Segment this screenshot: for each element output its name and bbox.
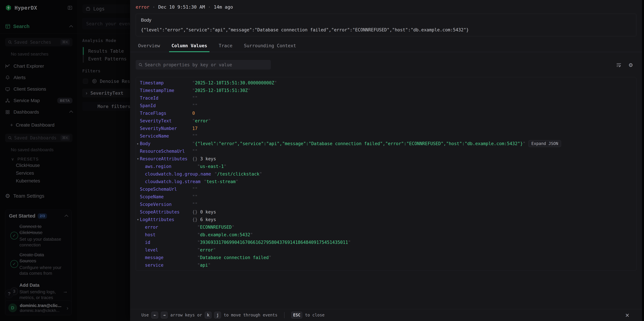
property-row-cloudwatch.log.group.name[interactable]: cloudwatch.log.group.name"/test/clicksta… [136, 170, 636, 178]
quote: " [192, 141, 195, 146]
separator-dot: · [152, 4, 155, 10]
quote: " [192, 88, 195, 93]
quote: " [197, 225, 200, 230]
property-row-service[interactable]: service"api" [136, 261, 636, 269]
property-row-message[interactable]: message"Database connection failed" [136, 254, 636, 261]
property-row-error[interactable]: error"ECONNREFUSED" [136, 223, 636, 231]
property-value: "test-stream" [204, 179, 238, 184]
property-value: "" [192, 103, 198, 108]
property-value: 0 [192, 111, 195, 116]
property-row-SeverityNumber[interactable]: SeverityNumber17 [136, 125, 636, 132]
property-row-ScopeVersion[interactable]: ScopeVersion"" [136, 201, 636, 208]
property-row-id[interactable]: id"3936933170699041670661627958043769141… [136, 239, 636, 246]
footer-bar: Use ← → arrow keys or k j to move throug… [130, 309, 642, 321]
property-key: TimestampTime [140, 88, 192, 93]
property-row-SeverityText[interactable]: SeverityText"error" [136, 117, 636, 125]
property-row-ResourceAttributes[interactable]: ▾ResourceAttributes{} 3 keys [136, 155, 636, 163]
property-row-TraceFlags[interactable]: TraceFlags0 [136, 109, 636, 117]
quote: " [232, 225, 234, 230]
property-row-SpanId[interactable]: SpanId"" [136, 102, 636, 109]
string-value: 2025-12-10T15:51:30Z [195, 88, 248, 93]
properties-toolbar: ⚙ [136, 60, 636, 69]
property-row-cloudwatch.log.stream[interactable]: cloudwatch.log.stream"test-stream" [136, 178, 636, 185]
property-row-ScopeName[interactable]: ScopeName"" [136, 193, 636, 201]
property-row-level[interactable]: level"error" [136, 246, 636, 254]
property-row-ScopeSchemaUrl[interactable]: ScopeSchemaUrl"" [136, 185, 636, 193]
property-row-ScopeAttributes[interactable]: ScopeAttributes{} 0 keys [136, 208, 636, 216]
keys-count: 6 keys [198, 217, 216, 222]
property-key: ScopeSchemaUrl [140, 187, 192, 192]
j-keycap: j [214, 312, 221, 319]
property-value: "error" [192, 118, 211, 123]
properties-search-input[interactable] [145, 62, 268, 67]
footer-text: to close [305, 313, 324, 318]
property-key: SeverityNumber [140, 126, 192, 131]
keys-count: 3 keys [198, 156, 216, 161]
quote: " [248, 88, 250, 93]
property-key: TraceId [140, 95, 192, 101]
property-row-ServiceName[interactable]: ServiceName"" [136, 132, 636, 140]
property-row-ResourceSchemaUrl[interactable]: ResourceSchemaUrl"" [136, 147, 636, 155]
string-value: error [195, 118, 208, 123]
braces-icon: {} [192, 217, 198, 222]
collapse-icon[interactable]: ▾ [137, 216, 139, 223]
quote: " [250, 232, 253, 237]
properties-search[interactable] [136, 60, 271, 69]
collapse-icon[interactable]: ▾ [137, 155, 139, 163]
quote: " [192, 80, 195, 85]
property-key: host [145, 232, 197, 237]
quote: " [208, 263, 211, 268]
property-key: LogAttributes [140, 217, 192, 222]
k-keycap: k [205, 312, 212, 319]
property-key: cloudwatch.log.stream [145, 179, 204, 184]
property-row-aws.region[interactable]: aws.region"us-east-1" [136, 163, 636, 170]
tab-overview[interactable]: Overview [136, 43, 162, 52]
footer-text: arrow keys or [170, 313, 202, 318]
property-key: service [145, 263, 197, 268]
body-panel: Body {"level":"error","service":"api","m… [136, 14, 636, 36]
property-row-LogAttributes[interactable]: ▾LogAttributes{} 6 keys [136, 216, 636, 223]
property-value: "" [192, 133, 198, 139]
property-key: level [145, 247, 197, 253]
expand-json-button[interactable]: Expand JSON [528, 140, 561, 147]
property-row-Body[interactable]: ▸Body"{"level":"error","service":"api","… [136, 140, 636, 147]
settings-gear-icon[interactable]: ⚙ [629, 62, 633, 68]
property-value: "error" [197, 247, 216, 253]
property-value: "{"level":"error","service":"api","messa… [192, 141, 526, 146]
close-icon[interactable]: × [625, 312, 629, 319]
event-header: error · Dec 10 9:51:30 AM · 14m ago [136, 0, 636, 10]
string-value: /test/clickstack [217, 171, 259, 177]
event-age: 14m ago [214, 4, 233, 10]
property-key: id [145, 240, 197, 245]
property-value: "" [192, 202, 198, 207]
body-json-text: {"level":"error","service":"api","messag… [141, 27, 631, 32]
empty-value: "" [192, 149, 198, 154]
property-value: "Database connection failed" [197, 255, 271, 260]
quote: " [348, 240, 351, 245]
keys-count: 0 keys [198, 209, 216, 215]
quote: " [224, 164, 226, 169]
property-row-Timestamp[interactable]: Timestamp"2025-12-10T15:51:30.000000000Z… [136, 79, 636, 87]
property-value: "us-east-1" [197, 164, 226, 169]
string-value: api [200, 263, 208, 268]
property-value: "2025-12-10T15:51:30Z" [192, 88, 250, 93]
quote: " [274, 80, 277, 85]
quote: " [208, 118, 211, 123]
expand-icon[interactable]: ▸ [137, 140, 139, 147]
wrap-text-icon[interactable] [616, 62, 622, 68]
tab-trace[interactable]: Trace [216, 43, 235, 52]
property-value: "2025-12-10T15:51:30.000000000Z" [192, 80, 277, 85]
property-row-TraceId[interactable]: TraceId"" [136, 94, 636, 102]
tab-surrounding-context[interactable]: Surrounding Context [242, 43, 298, 52]
property-row-TimestampTime[interactable]: TimestampTime"2025-12-10T15:51:30Z" [136, 87, 636, 94]
property-key: aws.region [145, 164, 197, 169]
property-key: ScopeVersion [140, 202, 192, 207]
property-key: Timestamp [140, 80, 192, 85]
property-value: "" [192, 194, 198, 199]
property-key: ServiceName [140, 133, 192, 139]
property-value: "" [192, 187, 198, 192]
property-row-host[interactable]: host"db.example.com:5432" [136, 231, 636, 239]
string-value: {"level":"error","service":"api","messag… [195, 141, 523, 146]
tab-column-values[interactable]: Column Values [169, 43, 210, 52]
property-key: ScopeName [140, 194, 192, 199]
